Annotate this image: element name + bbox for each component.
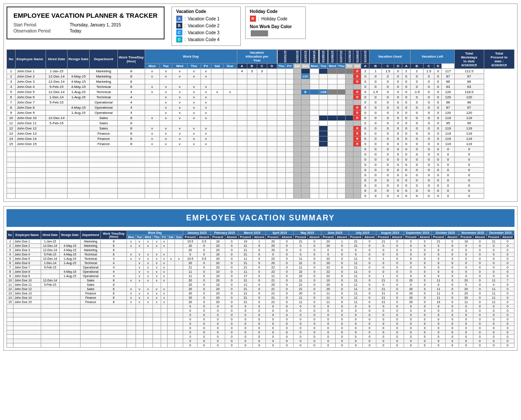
cell-name xyxy=(16,168,46,173)
cell-workday: v xyxy=(187,69,201,74)
title-box: EMPLOYEE VACATION PLANNER & TRACKER Star… xyxy=(6,6,165,39)
summary-monthly-cell: 0 xyxy=(363,309,376,313)
summary-monthly-cell: 11 xyxy=(486,287,501,291)
cell-vac-alloc xyxy=(257,95,267,100)
cell-vac-used: 0 xyxy=(369,162,382,168)
cell-vac-left: 0 xyxy=(434,131,442,136)
summary-cell xyxy=(167,283,175,287)
summary-monthly-cell: 10 xyxy=(431,300,446,304)
cell-date-col xyxy=(277,142,286,147)
sum-feb-a: Absent xyxy=(225,235,238,239)
cell-dept xyxy=(90,183,118,188)
cell-date-col xyxy=(337,110,346,116)
summary-monthly-cell: 0 xyxy=(308,278,321,283)
cell-workday: v xyxy=(172,110,187,116)
col-vac-d: D xyxy=(267,64,277,69)
cell-vac-left: 0 xyxy=(423,168,434,173)
summary-cell xyxy=(175,261,183,265)
summary-monthly-cell: 0 xyxy=(486,335,501,339)
summary-cell xyxy=(175,313,183,317)
summary-cell: 5-Feb-15 xyxy=(41,283,59,287)
summary-monthly-cell: 21 xyxy=(349,244,363,248)
summary-monthly-cell: 0 xyxy=(197,261,211,265)
summary-cell xyxy=(7,313,13,317)
summary-cell xyxy=(101,313,126,317)
summary-monthly-cell: 0 xyxy=(308,261,321,265)
cell-vac-used: 0 xyxy=(394,183,402,188)
col-header-total-present: TotalPresent todate :6/18/2015 xyxy=(484,50,514,69)
summary-monthly-cell: 0 xyxy=(363,326,376,330)
summary-monthly-cell: 0 xyxy=(486,326,501,330)
cell-workday: v xyxy=(201,74,211,79)
summary-cell xyxy=(13,335,41,339)
table-row: 9John Doe 91-Aug-15Operational4vvvvR0000… xyxy=(7,110,515,116)
summary-cell xyxy=(161,309,167,313)
summary-monthly-cell: 11 xyxy=(321,296,335,300)
summary-monthly-cell: 0 xyxy=(183,335,197,339)
cell-vac-alloc xyxy=(257,147,267,152)
summary-monthly-cell: 0 xyxy=(280,326,294,330)
cell-vac-alloc xyxy=(267,95,277,100)
sum-oct-p: Present xyxy=(431,235,446,239)
cell-date-col xyxy=(310,188,319,194)
cell-date-col xyxy=(328,79,337,84)
summary-cell xyxy=(7,304,13,309)
summary-monthly-cell: 0 xyxy=(211,326,225,330)
summary-monthly-cell: 0 xyxy=(376,265,391,270)
summary-cell: v xyxy=(152,244,161,248)
cell-workday xyxy=(145,121,159,126)
cell-date-col xyxy=(337,121,346,126)
cell-no: 2 xyxy=(7,74,16,79)
summary-cell xyxy=(152,283,161,287)
cell-date-col: 1/2B xyxy=(319,90,328,95)
summary-cell xyxy=(167,270,175,274)
cell-workday xyxy=(172,168,187,173)
summary-cell xyxy=(59,339,81,343)
col-header-vacation-used: Vacation Used xyxy=(369,50,411,64)
cell-total-work: 0 xyxy=(442,168,454,173)
summary-monthly-cell: 0 xyxy=(486,248,501,252)
cell-date-col xyxy=(319,105,328,110)
cell-vac-left: 0 xyxy=(411,126,424,131)
cell-vac-left: 0 xyxy=(434,69,442,74)
summary-monthly-cell: 0 xyxy=(501,330,514,335)
legend-a-color: A xyxy=(176,16,182,22)
summary-cell xyxy=(7,335,13,339)
col-vac-b: B xyxy=(247,64,257,69)
cell-vac-alloc xyxy=(257,152,267,157)
summary-monthly-cell: 20 xyxy=(211,300,225,304)
summary-cell: John Doe 13 xyxy=(13,291,41,296)
summary-monthly-cell: 21 xyxy=(376,278,391,283)
summary-monthly-cell: 0 xyxy=(473,335,487,339)
sum-mar: March 2015 xyxy=(238,231,266,235)
cell-workday: v xyxy=(201,90,211,95)
summary-monthly-cell: 0 xyxy=(501,296,514,300)
summary-cell: 9 xyxy=(7,274,13,278)
cell-vac-alloc xyxy=(237,110,247,116)
cell-vac-left: 0 xyxy=(423,136,434,142)
cell-date-col xyxy=(301,157,310,162)
cell-date-col xyxy=(301,105,310,110)
cell-date-col xyxy=(346,183,353,188)
cell-workday xyxy=(172,178,187,183)
summary-cell xyxy=(143,322,152,326)
summary-row: 000000000000000000000000 xyxy=(7,317,515,322)
summary-cell: v xyxy=(161,244,167,248)
cell-workday: v xyxy=(159,90,172,95)
summary-monthly-cell: 0 xyxy=(225,248,238,252)
table-row: 15John Doe 15Finance8vvvvvR0000000011911… xyxy=(7,142,515,147)
summary-monthly-cell: 0 xyxy=(418,244,431,248)
cell-workday xyxy=(223,74,237,79)
cell-vac-used: 0 xyxy=(394,110,402,116)
cell-hired xyxy=(46,173,68,178)
cell-work: 8 xyxy=(118,69,145,74)
summary-cell: Operational xyxy=(81,274,101,278)
summary-monthly-cell: 0 xyxy=(252,322,266,326)
cell-total-present: 120 xyxy=(454,95,484,100)
cell-date-col xyxy=(285,79,293,84)
cell-work xyxy=(118,162,145,168)
summary-monthly-cell: 0 xyxy=(308,304,321,309)
summary-monthly-cell: 0 xyxy=(404,343,418,348)
summary-cell: 8 xyxy=(101,244,126,248)
cell-date-col xyxy=(277,79,286,84)
